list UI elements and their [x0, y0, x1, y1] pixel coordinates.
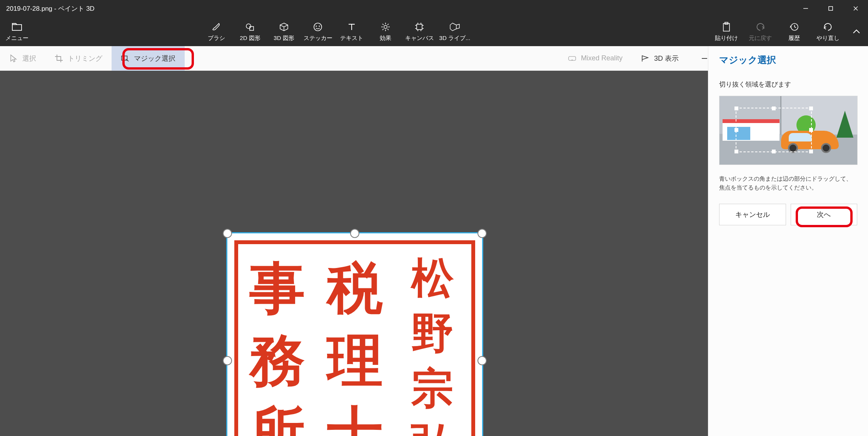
ribbon-expand[interactable]: [845, 17, 868, 46]
tool-magic-select[interactable]: マジック選択: [112, 46, 185, 71]
ribbon-2d-shapes[interactable]: 2D 図形: [233, 17, 267, 46]
ribbon-effects[interactable]: 効果: [369, 17, 402, 46]
redo-icon: [823, 22, 833, 32]
tool-3d-view[interactable]: 3D 表示: [632, 46, 688, 71]
svg-point-5: [246, 24, 251, 28]
canvas-icon: [414, 22, 425, 32]
svg-point-10: [384, 25, 387, 28]
ribbon-text[interactable]: テキスト: [335, 17, 369, 46]
title-bar: 2019-07-28.png - ペイント 3D: [0, 0, 868, 17]
svg-point-9: [319, 25, 320, 27]
cube-icon: [279, 22, 289, 32]
window-controls: [793, 0, 868, 17]
chevron-up-icon: [851, 26, 862, 37]
minimize-button[interactable]: [793, 0, 818, 17]
stamp-image: 事 務 所 税 理 士 松 野 宗 弘: [234, 240, 475, 436]
svg-point-7: [314, 23, 322, 31]
ribbon-paste[interactable]: 貼り付け: [709, 17, 743, 46]
menu-label: メニュー: [5, 35, 28, 42]
svg-rect-6: [250, 27, 254, 30]
svg-line-18: [382, 29, 384, 30]
ribbon-stickers[interactable]: ステッカー: [301, 17, 335, 46]
svg-line-17: [387, 24, 389, 25]
svg-rect-4: [12, 25, 22, 30]
menu-button[interactable]: メニュー: [0, 17, 34, 46]
tool-mixed-reality[interactable]: Mixed Reality: [559, 46, 632, 71]
shapes-2d-icon: [245, 22, 255, 32]
svg-point-8: [316, 25, 317, 27]
brush-icon: [211, 22, 222, 32]
svg-rect-28: [723, 23, 729, 31]
mixed-reality-icon: [568, 54, 576, 63]
ribbon-3d-library[interactable]: 3D ライブ...: [436, 17, 473, 46]
text-icon: [346, 22, 357, 32]
tool-select[interactable]: 選択: [0, 46, 45, 71]
panel-title: マジック選択: [719, 54, 857, 66]
resize-handle-tl[interactable]: [223, 229, 232, 238]
svg-rect-19: [417, 24, 422, 30]
sticker-icon: [312, 22, 323, 32]
paste-icon: [721, 22, 732, 32]
window-title: 2019-07-28.png - ペイント 3D: [6, 4, 793, 13]
ribbon-redo[interactable]: やり直し: [811, 17, 845, 46]
zoom-out-button[interactable]: [700, 54, 709, 63]
resize-handle-ml[interactable]: [223, 356, 232, 365]
ribbon-brushes[interactable]: ブラシ: [199, 17, 233, 46]
panel-buttons: キャンセル 次へ: [719, 204, 857, 225]
resize-handle-mr[interactable]: [477, 356, 487, 365]
cancel-button[interactable]: キャンセル: [719, 204, 786, 225]
svg-line-15: [382, 24, 384, 25]
crop-icon: [55, 54, 63, 63]
resize-handle-tr[interactable]: [477, 229, 487, 238]
folder-icon: [12, 22, 22, 32]
selection-box[interactable]: 事 務 所 税 理 士 松 野 宗 弘: [226, 232, 483, 436]
stamp-col-3: 事 務 所: [238, 244, 316, 436]
ribbon: メニュー ブラシ 2D 図形 3D 図形 ステッカー テキスト 効果 キャンバス…: [0, 17, 868, 46]
effects-icon: [380, 22, 391, 32]
stamp-col-2: 税 理 士: [316, 244, 394, 436]
ribbon-history[interactable]: 履歴: [777, 17, 811, 46]
ribbon-3d-shapes[interactable]: 3D 図形: [267, 17, 301, 46]
resize-handle-tm[interactable]: [350, 229, 359, 238]
panel-preview: [719, 96, 858, 165]
tool-crop[interactable]: トリミング: [45, 46, 112, 71]
ribbon-undo[interactable]: 元に戻す: [743, 17, 777, 46]
close-button[interactable]: [843, 0, 868, 17]
maximize-button[interactable]: [818, 0, 843, 17]
panel-help-text: 青いボックスの角または辺の部分にドラッグして、焦点を当てるものを示してください。: [719, 174, 857, 192]
magic-select-icon: [121, 54, 129, 63]
cursor-icon: [9, 54, 18, 63]
library-icon: [449, 22, 460, 32]
history-icon: [789, 22, 800, 32]
svg-point-32: [123, 57, 125, 58]
svg-line-16: [387, 29, 389, 30]
canvas-area[interactable]: 事 務 所 税 理 士 松 野 宗 弘: [0, 71, 708, 436]
flag-icon: [641, 54, 649, 63]
ribbon-canvas[interactable]: キャンバス: [402, 17, 436, 46]
side-panel: マジック選択 切り抜く領域を選びます 青いボックスの角または辺の部分にドラッグし…: [708, 46, 868, 436]
undo-icon: [755, 22, 766, 32]
preview-marquee: [736, 108, 812, 152]
panel-subtitle: 切り抜く領域を選びます: [719, 80, 857, 89]
stamp-col-1: 松 野 宗 弘: [394, 244, 471, 436]
next-button[interactable]: 次へ: [791, 204, 858, 225]
svg-rect-1: [829, 7, 833, 10]
